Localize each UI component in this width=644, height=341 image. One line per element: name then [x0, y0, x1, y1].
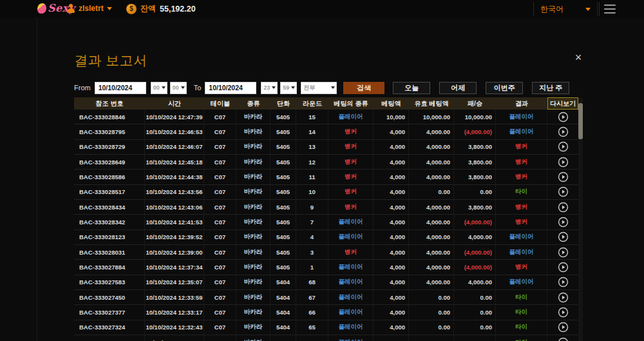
cell-valid: 0.00	[409, 185, 454, 199]
cell-result: 플레이어	[496, 230, 547, 244]
cell-table: C07	[204, 230, 236, 244]
cell-bet-type: 뱅커	[328, 124, 374, 139]
column-header-valid: 유효 베팅액	[409, 99, 454, 108]
close-icon[interactable]: ×	[571, 50, 586, 65]
replay-play-button[interactable]	[558, 292, 569, 303]
results-table: 참조 번호 시간 테이블 종류 단화 라운드 베팅의 종류 베팅액 유효 베팅액…	[74, 97, 578, 341]
column-header-replay: 다시보기	[547, 97, 578, 110]
cell-valid: 4,000.00	[409, 155, 454, 169]
cell-bet-type: 플레이어	[328, 110, 374, 124]
cell-shoe: 5405	[270, 215, 296, 229]
cell-shoe: 5405	[270, 200, 296, 214]
scrollbar-thumb[interactable]	[578, 103, 583, 139]
cell-time: 10/10/2024 12:47:39	[145, 110, 204, 124]
cell-time: 10/10/2024 12:35:07	[145, 275, 204, 289]
game-type-select[interactable]: 전부	[301, 82, 337, 94]
table-row: BAC-333027450 10/10/2024 12:33:59 C07 바카…	[74, 290, 578, 305]
mascot-icon	[37, 3, 46, 14]
replay-play-button[interactable]	[558, 217, 569, 228]
replay-play-button[interactable]	[558, 171, 569, 182]
to-minute-select[interactable]: 59	[280, 82, 297, 94]
from-minute-select[interactable]: 00	[170, 82, 187, 94]
replay-play-button[interactable]	[558, 112, 569, 122]
cell-ref: BAC-333028649	[74, 155, 145, 169]
to-date-input[interactable]	[205, 82, 256, 94]
column-header-bet: 베팅액	[374, 99, 409, 108]
cell-result: 플레이어	[496, 110, 547, 124]
cell-round: 7	[296, 215, 328, 229]
cell-bet: 4,000	[374, 335, 409, 341]
cell-bet: 4,000	[374, 305, 409, 319]
cell-bet: 4,000	[374, 170, 409, 184]
user-menu[interactable]: zlsletrt	[66, 4, 112, 13]
replay-play-button[interactable]	[558, 307, 569, 318]
username: zlsletrt	[79, 4, 104, 13]
replay-play-button[interactable]	[558, 262, 569, 273]
cell-game: 바카라	[236, 260, 270, 274]
last-week-button[interactable]: 지난 주	[532, 82, 569, 94]
table-header: 참조 번호 시간 테이블 종류 단화 라운드 베팅의 종류 베팅액 유효 베팅액…	[74, 97, 578, 110]
cell-ref: BAC-333027884	[74, 260, 145, 274]
cell-bet-type: 플레이어	[328, 335, 374, 341]
replay-play-button[interactable]	[558, 231, 569, 242]
search-button[interactable]: 검색	[343, 82, 384, 94]
table-row: BAC-333027884 10/10/2024 12:37:34 C07 바카…	[74, 260, 578, 275]
column-header-table: 테이블	[204, 99, 236, 108]
column-header-time: 시간	[145, 99, 204, 108]
cell-table: C07	[204, 245, 236, 259]
cell-table: C07	[204, 110, 236, 124]
cell-shoe: 5404	[270, 275, 296, 289]
yesterday-button[interactable]: 어제	[439, 82, 477, 94]
cell-time: 10/10/2024 12:33:17	[145, 305, 204, 319]
cell-valid: 0.00	[409, 305, 454, 319]
cell-result: 뱅커	[496, 215, 547, 229]
chevron-down-icon	[331, 86, 335, 89]
replay-play-button[interactable]	[558, 247, 569, 258]
cell-table: C07	[204, 155, 236, 169]
from-date-input[interactable]	[95, 82, 146, 94]
replay-play-button[interactable]	[558, 337, 569, 341]
cell-winlose: 0.00	[454, 185, 496, 199]
cell-bet-type: 뱅커	[328, 200, 374, 214]
cell-round: 64	[296, 335, 328, 341]
replay-play-button[interactable]	[558, 186, 569, 197]
cell-bet-type: 뱅커	[328, 170, 374, 184]
language-select[interactable]: 한국어	[533, 2, 598, 16]
cell-table: C07	[204, 140, 236, 154]
cell-time: 10/10/2024 12:43:56	[145, 185, 204, 199]
table-row: BAC-333027324 10/10/2024 12:32:43 C07 바카…	[74, 320, 578, 335]
replay-play-button[interactable]	[558, 202, 569, 213]
replay-play-button[interactable]	[558, 141, 569, 152]
from-label: From	[74, 84, 91, 92]
cell-winlose: (4,000.00)	[454, 260, 496, 274]
cell-result: 플레이어	[496, 275, 547, 289]
column-header-result: 결과	[496, 99, 547, 108]
cell-ref: BAC-333028517	[74, 185, 145, 199]
cell-winlose: 0.00	[454, 305, 496, 319]
cell-game: 바카라	[236, 110, 270, 124]
replay-play-button[interactable]	[558, 126, 569, 137]
from-hour-select[interactable]: 00	[151, 82, 167, 94]
table-body: BAC-333028846 10/10/2024 12:47:39 C07 바카…	[74, 110, 578, 341]
table-row: BAC-333028729 10/10/2024 12:46:07 C07 바카…	[74, 140, 578, 155]
cell-shoe: 5405	[270, 170, 296, 184]
cell-game: 바카라	[236, 200, 270, 214]
cell-game: 바카라	[236, 140, 270, 154]
cell-game: 바카라	[236, 170, 270, 184]
menu-icon[interactable]	[604, 5, 616, 14]
cell-winlose: (4,000.00)	[454, 245, 496, 259]
cell-ref: BAC-333027450	[74, 290, 145, 304]
cell-time: 10/10/2024 12:43:06	[145, 200, 204, 214]
cell-winlose: 3,800.00	[454, 170, 496, 184]
balance: $ 잔액 55,192.20	[126, 3, 196, 14]
replay-play-button[interactable]	[558, 157, 569, 168]
replay-play-button[interactable]	[558, 322, 569, 333]
today-button[interactable]: 오늘	[393, 82, 430, 94]
this-week-button[interactable]: 이번주	[486, 82, 523, 94]
table-scrollbar[interactable]	[578, 98, 583, 341]
table-row: BAC-333028795 10/10/2024 12:46:53 C07 바카…	[74, 124, 578, 139]
column-header-round: 라운드	[296, 99, 328, 108]
replay-play-button[interactable]	[558, 277, 569, 287]
to-hour-select[interactable]: 23	[261, 82, 278, 94]
cell-shoe: 5405	[270, 124, 296, 139]
